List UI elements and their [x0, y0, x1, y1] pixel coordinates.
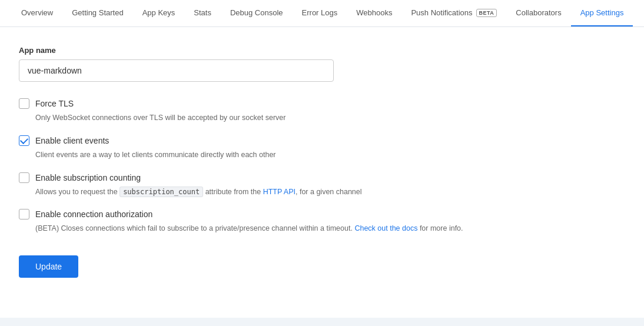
http-api-link[interactable]: HTTP API: [263, 188, 296, 196]
enable-subscription-counting-label: Enable subscription counting: [35, 173, 141, 182]
tab-label-error-logs: Error Logs: [302, 8, 338, 17]
tab-label-app-keys: App Keys: [142, 8, 175, 17]
connection-auth-prefix: (BETA) Closes connections which fail to …: [35, 224, 354, 232]
enable-subscription-counting-desc: Allows you to request the subscription_c…: [35, 187, 625, 198]
force-tls-checkbox[interactable]: [19, 98, 29, 109]
tab-stats[interactable]: Stats: [184, 0, 221, 26]
tab-getting-started[interactable]: Getting Started: [62, 0, 132, 26]
force-tls-row: Force TLS: [19, 98, 625, 109]
enable-client-events-label: Enable client events: [35, 136, 109, 145]
tab-label-webhooks: Webhooks: [356, 8, 392, 17]
check-out-docs-link[interactable]: Check out the docs: [354, 224, 417, 232]
enable-connection-auth-checkbox[interactable]: [19, 209, 29, 219]
enable-subscription-counting-row: Enable subscription counting: [19, 172, 625, 183]
app-name-group: App name: [19, 46, 625, 82]
top-navigation: OverviewGetting StartedApp KeysStatsDebu…: [0, 0, 644, 27]
enable-connection-auth-desc: (BETA) Closes connections which fail to …: [35, 223, 625, 234]
update-button[interactable]: Update: [19, 255, 78, 278]
tab-label-debug-console: Debug Console: [230, 8, 283, 17]
enable-client-events-checkbox[interactable]: [19, 135, 29, 146]
app-container: OverviewGetting StartedApp KeysStatsDebu…: [0, 0, 644, 318]
tab-label-collaborators: Collaborators: [516, 8, 561, 17]
tab-app-settings[interactable]: App Settings: [571, 0, 633, 26]
enable-connection-auth-label: Enable connection authorization: [35, 209, 152, 219]
app-name-label: App name: [19, 46, 625, 55]
tab-overview[interactable]: Overview: [12, 0, 62, 26]
force-tls-item: Force TLS Only WebSocket connections ove…: [19, 98, 625, 124]
subscription-desc-middle: attribute from the: [203, 188, 263, 196]
tab-collaborators[interactable]: Collaborators: [506, 0, 570, 26]
enable-connection-auth-row: Enable connection authorization: [19, 209, 625, 219]
tab-push-notifications[interactable]: Push NotificationsBETA: [401, 0, 506, 26]
app-name-input[interactable]: [19, 59, 334, 82]
enable-client-events-desc: Client events are a way to let clients c…: [35, 149, 625, 161]
nav-tab-list: OverviewGetting StartedApp KeysStatsDebu…: [12, 0, 632, 26]
tab-app-keys[interactable]: App Keys: [133, 0, 185, 26]
enable-client-events-row: Enable client events: [19, 135, 625, 146]
enable-client-events-item: Enable client events Client events are a…: [19, 135, 625, 161]
enable-connection-auth-item: Enable connection authorization (BETA) C…: [19, 209, 625, 234]
tab-label-getting-started: Getting Started: [72, 8, 123, 17]
tab-error-logs[interactable]: Error Logs: [293, 0, 347, 26]
connection-auth-suffix: for more info.: [417, 224, 463, 232]
subscription-count-code: subscription_count: [119, 187, 203, 197]
tab-label-stats: Stats: [194, 8, 211, 17]
force-tls-label: Force TLS: [35, 99, 74, 108]
tab-label-overview: Overview: [21, 8, 53, 17]
enable-subscription-counting-checkbox[interactable]: [19, 172, 29, 183]
tab-webhooks[interactable]: Webhooks: [347, 0, 401, 26]
subscription-desc-prefix: Allows you to request the: [35, 188, 119, 196]
tab-label-push-notifications: Push Notifications: [411, 8, 472, 17]
tab-label-app-settings: App Settings: [580, 8, 624, 17]
main-content: App name Force TLS Only WebSocket connec…: [0, 27, 644, 318]
subscription-desc-suffix: , for a given channel: [296, 188, 362, 196]
enable-subscription-counting-item: Enable subscription counting Allows you …: [19, 172, 625, 198]
beta-badge: BETA: [476, 9, 497, 17]
tab-debug-console[interactable]: Debug Console: [221, 0, 293, 26]
force-tls-desc: Only WebSocket connections over TLS will…: [35, 112, 625, 124]
